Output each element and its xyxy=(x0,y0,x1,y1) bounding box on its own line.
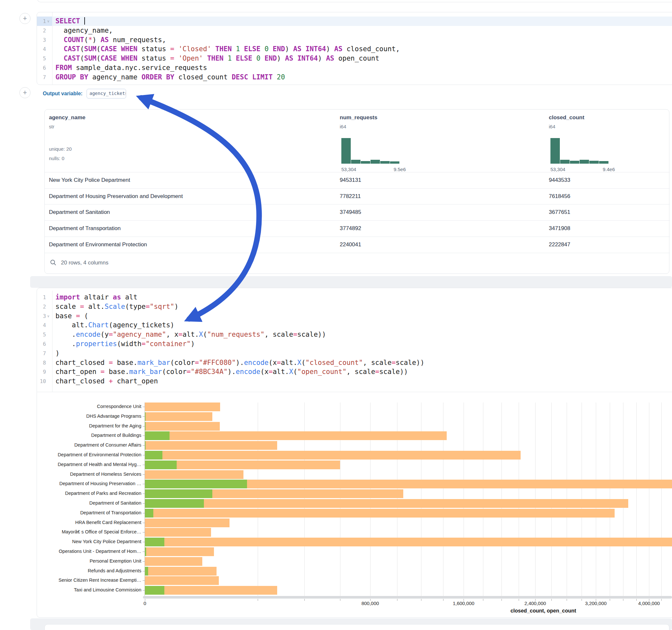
code-token: alt. xyxy=(84,303,105,311)
code-token: (x xyxy=(260,368,268,375)
x-tick xyxy=(623,599,623,601)
code-token: ) xyxy=(326,45,334,53)
closed-bar xyxy=(145,557,202,566)
column-header[interactable]: closed_count xyxy=(549,114,584,121)
table-row-count: 20 rows, 4 columns xyxy=(61,260,108,266)
code-token: "num_requests" xyxy=(207,331,265,338)
line-number: 5 xyxy=(37,330,46,339)
next-cell-top xyxy=(44,624,669,630)
code-token: ). xyxy=(227,368,236,375)
column-stat: nulls: 0 xyxy=(49,155,65,161)
y-tick xyxy=(143,465,145,465)
table-cell: 2222847 xyxy=(549,237,570,253)
code-token: agency_name xyxy=(88,73,141,81)
closed-bar xyxy=(145,499,628,508)
x-axis-label: 0 xyxy=(122,601,168,606)
fold-chevron-icon[interactable]: ∨ xyxy=(47,311,50,321)
code-token xyxy=(211,45,216,53)
open-bar xyxy=(145,431,170,440)
code-token: ) xyxy=(285,45,293,53)
code-token xyxy=(55,45,64,53)
y-tick xyxy=(143,580,145,581)
closed-bar xyxy=(145,567,217,576)
closed-bar xyxy=(145,509,615,517)
x-tick xyxy=(567,599,567,601)
add-cell-button[interactable]: + xyxy=(20,13,30,24)
previous-cell-edge xyxy=(37,0,672,2)
code-token: (width xyxy=(117,340,142,348)
closed-bar xyxy=(145,586,277,595)
closed-bar xyxy=(145,422,220,431)
code-token: properties xyxy=(76,340,117,348)
code-token: = xyxy=(76,312,80,320)
x-axis-label: 4,000,000 xyxy=(626,601,672,606)
code-token: 'Open' xyxy=(178,54,203,62)
column-header[interactable]: num_requests xyxy=(340,114,377,121)
y-tick xyxy=(143,571,145,571)
fold-chevron-icon[interactable]: ∨ xyxy=(47,17,50,26)
code-token: (x xyxy=(269,359,277,366)
add-cell-button[interactable]: + xyxy=(20,87,30,98)
code-token: X xyxy=(297,359,302,366)
code-token: = xyxy=(146,303,150,311)
column-type: str xyxy=(49,124,54,129)
code-line: 1∨SELECT xyxy=(37,17,672,26)
open-bar xyxy=(145,412,146,421)
code-token: sample_data.nyc.service_requests xyxy=(72,64,207,72)
code-token: THEN xyxy=(207,54,224,62)
code-token: 0 xyxy=(257,54,261,62)
code-token: 1 xyxy=(236,45,240,53)
column-header[interactable]: agency_name xyxy=(49,114,85,121)
search-icon[interactable] xyxy=(50,259,56,266)
y-axis-label: Department of Parks and Recreation xyxy=(32,491,141,496)
code-token: ( xyxy=(293,368,297,375)
open-bar xyxy=(145,509,153,517)
code-token: "agency_name" xyxy=(113,331,166,338)
hist-bar xyxy=(580,160,589,164)
code-token: ) xyxy=(92,36,100,44)
code-token: base. xyxy=(105,368,129,375)
code-token: = xyxy=(170,54,174,62)
code-token: END xyxy=(265,54,277,62)
line-number: 2 xyxy=(37,26,46,35)
sql-editor-cell[interactable]: 1∨SELECT 2 agency_name,3 COUNT(*) AS num… xyxy=(37,12,672,85)
y-axis-label: Department for the Aging xyxy=(32,423,141,429)
code-token: alt xyxy=(121,293,138,301)
code-token: ( xyxy=(80,54,84,62)
code-token: , scale xyxy=(265,331,293,338)
code-text: chart_open = base.mark_bar(color="#8BC34… xyxy=(55,367,408,377)
code-text: alt.Chart(agency_tickets) xyxy=(55,320,174,330)
code-token: "open_count" xyxy=(297,368,346,375)
code-token xyxy=(248,73,252,81)
code-token: SELECT xyxy=(55,17,80,25)
y-tick xyxy=(143,561,145,562)
code-text: CAST(SUM(CASE WHEN status = 'Open' THEN … xyxy=(55,54,379,63)
code-token: import xyxy=(55,293,80,301)
code-token: alt. xyxy=(55,321,88,329)
hist-bar xyxy=(370,160,380,164)
horizontal-scrollbar[interactable] xyxy=(143,596,672,599)
code-token: (type xyxy=(125,303,146,311)
output-variable-pill[interactable]: agency_tickets xyxy=(87,89,126,98)
open-bar xyxy=(145,586,164,595)
open-bar xyxy=(145,499,204,508)
code-token: encode xyxy=(236,368,260,375)
y-tick xyxy=(143,455,145,455)
code-token: open_count xyxy=(334,54,379,62)
y-tick xyxy=(143,503,145,504)
code-token: COUNT xyxy=(64,36,84,44)
hist-bar xyxy=(351,160,360,164)
row-divider xyxy=(45,253,670,253)
code-token: = xyxy=(391,359,396,366)
output-variable-label: Output variable: xyxy=(43,91,83,97)
code-text: ) xyxy=(55,349,59,358)
table-cell: 9443533 xyxy=(549,172,570,188)
closed-bar xyxy=(145,576,219,585)
table-cell: Department of Environmental Protection xyxy=(49,237,147,253)
code-line: 7GROUP BY agency_name ORDER BY closed_co… xyxy=(37,73,672,82)
code-token: * xyxy=(88,36,92,44)
code-token: closed_count xyxy=(174,73,232,81)
open-bar xyxy=(145,567,148,576)
code-token: alt. xyxy=(183,331,199,338)
x-tick xyxy=(397,599,398,601)
